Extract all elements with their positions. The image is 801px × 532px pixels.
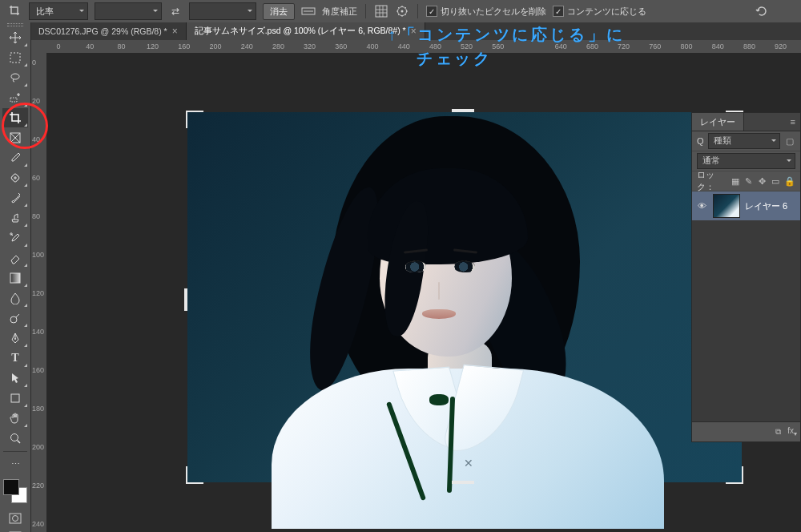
- delete-pixels-label: 切り抜いたピクセルを削除: [441, 6, 546, 18]
- filter-pixel-icon[interactable]: ▢: [784, 135, 795, 147]
- crop-overlay-icon[interactable]: [374, 4, 388, 18]
- document-tab[interactable]: 記事サムネサイズ.psd @ 100% (レイヤー 6, RGB/8#) * ×: [187, 22, 425, 40]
- ruler-tick: 20: [32, 97, 40, 105]
- layer-thumbnail[interactable]: [713, 194, 740, 218]
- ratio-preset-combo[interactable]: 比率: [29, 2, 88, 20]
- type-tool[interactable]: T: [2, 349, 28, 368]
- crop-handle-bottom[interactable]: [452, 481, 474, 484]
- ruler-tick: 320: [304, 42, 316, 50]
- horizontal-ruler[interactable]: 0408012016020024028032036040044048052056…: [46, 40, 801, 54]
- stitch-mark: ✕: [464, 457, 473, 470]
- ruler-tick: 520: [461, 42, 473, 50]
- blend-mode-combo[interactable]: 通常: [697, 153, 795, 169]
- frame-tool[interactable]: [2, 128, 28, 147]
- reset-crop-icon[interactable]: [755, 4, 769, 18]
- swap-dimensions-icon[interactable]: ⇄: [168, 6, 183, 17]
- ruler-tick: 160: [178, 42, 190, 50]
- content-aware-checkbox[interactable]: コンテンツに応じる: [553, 6, 646, 18]
- ruler-tick: 920: [775, 42, 787, 50]
- crop-handle-tl[interactable]: [186, 111, 203, 128]
- crop-handle-br[interactable]: [726, 466, 743, 484]
- search-glyph: Q: [697, 136, 704, 146]
- crop-handle-top[interactable]: [452, 109, 474, 112]
- panel-menu-icon[interactable]: ≡: [786, 117, 800, 127]
- crop-handle-bl[interactable]: [186, 466, 203, 484]
- hand-tool[interactable]: [2, 409, 28, 428]
- layer-name[interactable]: レイヤー 6: [745, 200, 787, 212]
- layers-tab[interactable]: レイヤー: [692, 113, 744, 131]
- color-swatches[interactable]: [3, 479, 27, 503]
- svg-rect-4: [10, 53, 20, 62]
- zoom-tool[interactable]: [2, 429, 28, 448]
- ruler-tick: 560: [492, 42, 504, 50]
- marquee-tool[interactable]: [2, 48, 28, 67]
- canvas-area[interactable]: ✕: [46, 53, 801, 532]
- path-selection-tool[interactable]: [2, 369, 28, 388]
- lock-artboard-icon[interactable]: ▭: [771, 175, 780, 187]
- ruler-tick: 720: [618, 42, 630, 50]
- tab-label: DSC01276.JPG @ 29% (RGB/8) *: [38, 26, 167, 36]
- crop-height-field[interactable]: [189, 2, 256, 20]
- ruler-origin[interactable]: [30, 40, 47, 54]
- edit-toolbar-icon[interactable]: ⋯: [2, 455, 28, 473]
- crop-settings-icon[interactable]: [395, 4, 409, 18]
- portrait-image: ✕: [227, 112, 676, 482]
- straighten-icon[interactable]: [301, 4, 316, 18]
- svg-point-15: [13, 516, 18, 522]
- move-tool[interactable]: [2, 28, 28, 47]
- foreground-color[interactable]: [3, 479, 19, 495]
- tools-panel: T ⋯: [0, 22, 31, 532]
- lock-position-icon[interactable]: ✥: [757, 175, 767, 187]
- crop-width-field[interactable]: [95, 2, 162, 20]
- panel-grip[interactable]: [0, 22, 30, 27]
- layer-visibility-icon[interactable]: 👁: [695, 201, 708, 211]
- tab-label: 記事サムネサイズ.psd @ 100% (レイヤー 6, RGB/8#) *: [195, 26, 406, 37]
- crop-tool[interactable]: [2, 108, 28, 127]
- lock-transparency-icon[interactable]: ▦: [731, 175, 740, 187]
- ruler-tick: 80: [117, 42, 125, 50]
- ruler-tick: 840: [712, 42, 724, 50]
- ruler-tick: 400: [366, 42, 378, 50]
- dodge-tool[interactable]: [2, 308, 28, 328]
- history-brush-tool[interactable]: [2, 228, 28, 248]
- lock-label: ロック：: [697, 169, 727, 193]
- brush-tool[interactable]: [2, 188, 28, 208]
- pen-tool[interactable]: [2, 328, 28, 348]
- delete-cropped-pixels-checkbox[interactable]: 切り抜いたピクセルを削除: [426, 6, 546, 18]
- link-layers-icon[interactable]: ⧉: [775, 427, 781, 437]
- screen-mode-icon[interactable]: [2, 528, 28, 532]
- crop-tool-preset-icon[interactable]: [8, 4, 22, 18]
- document-tab[interactable]: DSC01276.JPG @ 29% (RGB/8) * ×: [30, 22, 187, 40]
- clone-stamp-tool[interactable]: [2, 208, 28, 228]
- layer-filter-combo[interactable]: 種類: [708, 133, 780, 149]
- lasso-tool[interactable]: [2, 68, 28, 87]
- crop-handle-left[interactable]: [184, 288, 187, 311]
- content-aware-label: コンテンツに応じる: [567, 6, 646, 18]
- gradient-tool[interactable]: [2, 268, 28, 288]
- svg-rect-9: [10, 273, 20, 283]
- shape-tool[interactable]: [2, 389, 28, 408]
- ruler-tick: 880: [743, 42, 755, 50]
- ruler-tick: 360: [335, 42, 347, 50]
- close-tab-icon[interactable]: ×: [411, 26, 417, 37]
- blur-tool[interactable]: [2, 288, 28, 308]
- ruler-tick: 160: [32, 366, 44, 374]
- checkbox-box-icon: [426, 6, 437, 17]
- lock-all-icon[interactable]: 🔒: [784, 175, 795, 187]
- blend-mode-row: 通常: [692, 151, 800, 171]
- layer-row[interactable]: 👁 レイヤー 6: [692, 191, 800, 220]
- layer-fx-icon[interactable]: fx▾: [787, 426, 797, 437]
- close-tab-icon[interactable]: ×: [172, 26, 178, 37]
- lock-pixels-icon[interactable]: ✎: [744, 175, 754, 187]
- vertical-ruler[interactable]: 020406080100120140160180200220240: [30, 53, 47, 532]
- healing-brush-tool[interactable]: [2, 168, 28, 187]
- eyedropper-tool[interactable]: [2, 148, 28, 167]
- svg-point-10: [10, 316, 17, 323]
- svg-rect-1: [376, 6, 387, 17]
- ruler-tick: 480: [429, 42, 441, 50]
- clear-button[interactable]: 消去: [263, 3, 295, 20]
- eraser-tool[interactable]: [2, 248, 28, 268]
- document-canvas[interactable]: ✕: [187, 112, 742, 482]
- quick-mask-icon[interactable]: [2, 510, 28, 527]
- quick-selection-tool[interactable]: [2, 88, 28, 107]
